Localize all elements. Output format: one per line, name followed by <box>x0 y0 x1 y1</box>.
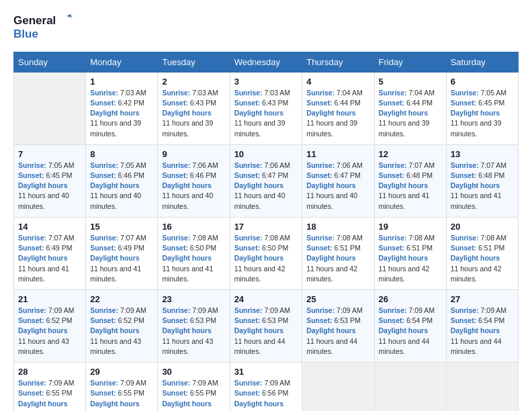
cell-info: Sunrise: 7:08 AMSunset: 6:51 PMDaylight … <box>306 233 369 284</box>
day-number: 13 <box>451 149 514 159</box>
day-number: 18 <box>306 222 369 232</box>
cell-info: Sunrise: 7:05 AMSunset: 6:45 PMDaylight … <box>451 88 514 139</box>
calendar-cell: 26Sunrise: 7:09 AMSunset: 6:54 PMDayligh… <box>374 289 446 362</box>
weekday-header: Saturday <box>446 52 518 72</box>
calendar-cell: 23Sunrise: 7:09 AMSunset: 6:53 PMDayligh… <box>158 289 230 362</box>
day-number: 19 <box>379 222 442 232</box>
calendar-cell: 5Sunrise: 7:04 AMSunset: 6:44 PMDaylight… <box>374 72 446 144</box>
day-number: 23 <box>162 294 225 304</box>
cell-info: Sunrise: 7:05 AMSunset: 6:46 PMDaylight … <box>90 161 153 212</box>
calendar-cell: 1Sunrise: 7:03 AMSunset: 6:42 PMDaylight… <box>86 72 158 144</box>
day-number: 30 <box>162 367 225 377</box>
cell-info: Sunrise: 7:07 AMSunset: 6:48 PMDaylight … <box>379 161 442 212</box>
logo-container: General Blue <box>13 13 72 41</box>
calendar-cell: 15Sunrise: 7:07 AMSunset: 6:49 PMDayligh… <box>86 217 158 289</box>
calendar-cell: 25Sunrise: 7:09 AMSunset: 6:53 PMDayligh… <box>302 289 374 362</box>
day-number: 7 <box>18 149 81 159</box>
weekday-header: Wednesday <box>230 52 302 72</box>
calendar-cell <box>374 363 446 411</box>
day-number: 9 <box>162 149 225 159</box>
day-number: 21 <box>18 294 81 304</box>
weekday-header: Monday <box>86 52 158 72</box>
day-number: 10 <box>234 149 298 159</box>
calendar-week-row: 21Sunrise: 7:09 AMSunset: 6:52 PMDayligh… <box>14 289 519 362</box>
cell-info: Sunrise: 7:09 AMSunset: 6:52 PMDaylight … <box>90 306 153 357</box>
day-number: 1 <box>90 77 153 87</box>
calendar-cell: 6Sunrise: 7:05 AMSunset: 6:45 PMDaylight… <box>446 72 518 144</box>
day-number: 12 <box>379 149 442 159</box>
calendar-cell: 16Sunrise: 7:08 AMSunset: 6:50 PMDayligh… <box>158 217 230 289</box>
weekday-header: Tuesday <box>158 52 230 72</box>
calendar-cell: 24Sunrise: 7:09 AMSunset: 6:53 PMDayligh… <box>230 289 302 362</box>
calendar-cell: 9Sunrise: 7:06 AMSunset: 6:46 PMDaylight… <box>158 144 230 217</box>
day-number: 27 <box>451 294 514 304</box>
calendar-cell: 20Sunrise: 7:08 AMSunset: 6:51 PMDayligh… <box>446 217 518 289</box>
cell-info: Sunrise: 7:09 AMSunset: 6:53 PMDaylight … <box>162 306 225 357</box>
day-number: 3 <box>234 77 298 87</box>
day-number: 15 <box>90 222 153 232</box>
header-row: SundayMondayTuesdayWednesdayThursdayFrid… <box>14 52 519 72</box>
calendar-week-row: 28Sunrise: 7:09 AMSunset: 6:55 PMDayligh… <box>14 363 519 411</box>
calendar-cell: 13Sunrise: 7:07 AMSunset: 6:48 PMDayligh… <box>446 144 518 217</box>
calendar-cell: 4Sunrise: 7:04 AMSunset: 6:44 PMDaylight… <box>302 72 374 144</box>
weekday-header: Friday <box>374 52 446 72</box>
cell-info: Sunrise: 7:04 AMSunset: 6:44 PMDaylight … <box>306 88 369 139</box>
day-number: 24 <box>234 294 298 304</box>
calendar-cell: 8Sunrise: 7:05 AMSunset: 6:46 PMDaylight… <box>86 144 158 217</box>
day-number: 20 <box>451 222 514 232</box>
cell-info: Sunrise: 7:07 AMSunset: 6:48 PMDaylight … <box>451 161 514 212</box>
cell-info: Sunrise: 7:03 AMSunset: 6:43 PMDaylight … <box>162 88 225 139</box>
cell-info: Sunrise: 7:09 AMSunset: 6:54 PMDaylight … <box>379 306 442 357</box>
cell-info: Sunrise: 7:09 AMSunset: 6:54 PMDaylight … <box>451 306 514 357</box>
calendar-cell: 7Sunrise: 7:05 AMSunset: 6:45 PMDaylight… <box>14 144 86 217</box>
calendar-cell: 29Sunrise: 7:09 AMSunset: 6:55 PMDayligh… <box>86 363 158 411</box>
logo: General Blue <box>13 13 72 41</box>
calendar-week-row: 1Sunrise: 7:03 AMSunset: 6:42 PMDaylight… <box>14 72 519 144</box>
cell-info: Sunrise: 7:07 AMSunset: 6:49 PMDaylight … <box>18 233 81 284</box>
cell-info: Sunrise: 7:05 AMSunset: 6:45 PMDaylight … <box>18 161 81 212</box>
day-number: 6 <box>451 77 514 87</box>
day-number: 17 <box>234 222 298 232</box>
calendar-week-row: 14Sunrise: 7:07 AMSunset: 6:49 PMDayligh… <box>14 217 519 289</box>
day-number: 28 <box>18 367 81 377</box>
cell-info: Sunrise: 7:09 AMSunset: 6:53 PMDaylight … <box>234 306 298 357</box>
logo-bird-icon <box>57 13 72 28</box>
cell-info: Sunrise: 7:06 AMSunset: 6:47 PMDaylight … <box>306 161 369 212</box>
calendar-cell: 12Sunrise: 7:07 AMSunset: 6:48 PMDayligh… <box>374 144 446 217</box>
calendar-cell: 22Sunrise: 7:09 AMSunset: 6:52 PMDayligh… <box>86 289 158 362</box>
cell-info: Sunrise: 7:03 AMSunset: 6:43 PMDaylight … <box>234 88 298 139</box>
cell-info: Sunrise: 7:08 AMSunset: 6:50 PMDaylight … <box>234 233 298 284</box>
cell-info: Sunrise: 7:09 AMSunset: 6:55 PMDaylight … <box>90 378 153 411</box>
day-number: 29 <box>90 367 153 377</box>
calendar-cell <box>446 363 518 411</box>
day-number: 14 <box>18 222 81 232</box>
cell-info: Sunrise: 7:07 AMSunset: 6:49 PMDaylight … <box>90 233 153 284</box>
logo-text-blue: Blue <box>13 28 38 41</box>
calendar-cell: 10Sunrise: 7:06 AMSunset: 6:47 PMDayligh… <box>230 144 302 217</box>
cell-info: Sunrise: 7:09 AMSunset: 6:52 PMDaylight … <box>18 306 81 357</box>
day-number: 31 <box>234 367 298 377</box>
cell-info: Sunrise: 7:09 AMSunset: 6:56 PMDaylight … <box>234 378 298 411</box>
cell-info: Sunrise: 7:08 AMSunset: 6:50 PMDaylight … <box>162 233 225 284</box>
cell-info: Sunrise: 7:06 AMSunset: 6:46 PMDaylight … <box>162 161 225 212</box>
logo-text-general: General <box>13 15 56 28</box>
calendar-cell: 30Sunrise: 7:09 AMSunset: 6:55 PMDayligh… <box>158 363 230 411</box>
calendar-cell: 2Sunrise: 7:03 AMSunset: 6:43 PMDaylight… <box>158 72 230 144</box>
cell-info: Sunrise: 7:08 AMSunset: 6:51 PMDaylight … <box>451 233 514 284</box>
calendar-cell: 18Sunrise: 7:08 AMSunset: 6:51 PMDayligh… <box>302 217 374 289</box>
day-number: 4 <box>306 77 369 87</box>
cell-info: Sunrise: 7:04 AMSunset: 6:44 PMDaylight … <box>379 88 442 139</box>
calendar-cell <box>14 72 86 144</box>
day-number: 25 <box>306 294 369 304</box>
calendar-cell: 11Sunrise: 7:06 AMSunset: 6:47 PMDayligh… <box>302 144 374 217</box>
header: General Blue <box>13 13 519 41</box>
calendar-cell: 14Sunrise: 7:07 AMSunset: 6:49 PMDayligh… <box>14 217 86 289</box>
day-number: 5 <box>379 77 442 87</box>
weekday-header: Thursday <box>302 52 374 72</box>
day-number: 22 <box>90 294 153 304</box>
calendar-cell: 21Sunrise: 7:09 AMSunset: 6:52 PMDayligh… <box>14 289 86 362</box>
calendar-cell: 17Sunrise: 7:08 AMSunset: 6:50 PMDayligh… <box>230 217 302 289</box>
cell-info: Sunrise: 7:09 AMSunset: 6:55 PMDaylight … <box>162 378 225 411</box>
calendar-cell: 19Sunrise: 7:08 AMSunset: 6:51 PMDayligh… <box>374 217 446 289</box>
day-number: 16 <box>162 222 225 232</box>
